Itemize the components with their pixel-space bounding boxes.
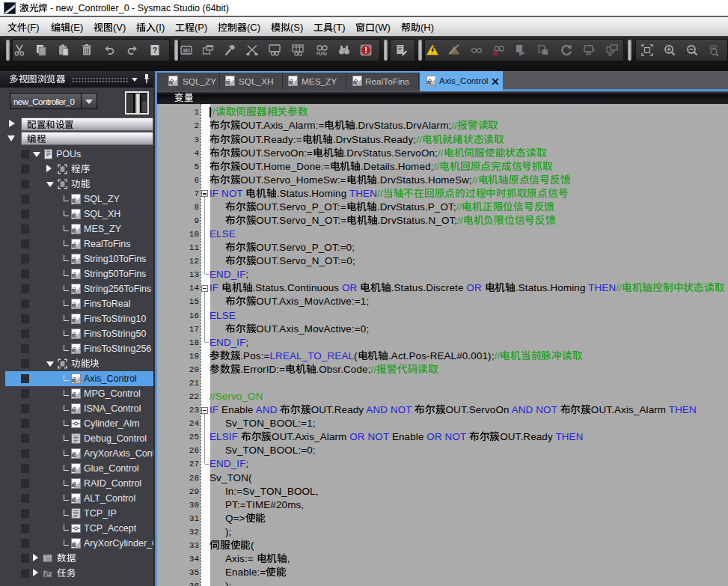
svg-text:1: 1 [593,47,596,52]
svg-text:3D: 3D [183,47,190,54]
svg-text:?: ? [153,46,157,55]
